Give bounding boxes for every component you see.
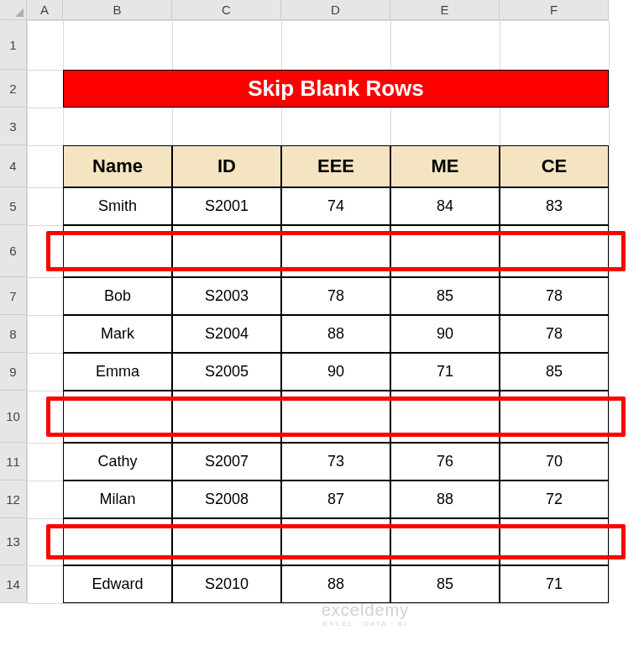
- table-header-me[interactable]: ME: [390, 145, 500, 187]
- table-cell[interactable]: S2010: [172, 565, 281, 603]
- row-header-10[interactable]: 10: [0, 391, 27, 443]
- table-cell[interactable]: 78: [500, 315, 609, 353]
- table-cell[interactable]: [500, 225, 609, 277]
- column-header-c[interactable]: C: [172, 0, 281, 20]
- table-cell[interactable]: [390, 518, 500, 565]
- cells-area: Skip Blank RowsNameIDEEEMECESmithS200174…: [27, 20, 609, 603]
- table-cell[interactable]: [500, 518, 609, 565]
- table-cell[interactable]: [390, 391, 500, 443]
- table-cell[interactable]: 88: [390, 481, 500, 518]
- table-cell[interactable]: S2008: [172, 481, 281, 518]
- table-cell[interactable]: 76: [390, 443, 500, 481]
- table-header-name[interactable]: Name: [63, 145, 172, 187]
- table-header-eee[interactable]: EEE: [281, 145, 390, 187]
- row-header-1[interactable]: 1: [0, 20, 27, 70]
- column-header-e[interactable]: E: [390, 0, 500, 20]
- table-cell[interactable]: [390, 225, 500, 277]
- table-header-id[interactable]: ID: [172, 145, 281, 187]
- table-cell[interactable]: Cathy: [63, 443, 172, 481]
- table-cell[interactable]: Milan: [63, 481, 172, 518]
- table-cell[interactable]: 73: [281, 443, 390, 481]
- table-cell[interactable]: 83: [500, 187, 609, 225]
- table-cell[interactable]: Emma: [63, 353, 172, 391]
- row-header-6[interactable]: 6: [0, 225, 27, 277]
- table-cell[interactable]: 72: [500, 481, 609, 518]
- table-cell[interactable]: Edward: [63, 565, 172, 603]
- row-header-7[interactable]: 7: [0, 277, 27, 315]
- table-cell[interactable]: 78: [500, 277, 609, 315]
- spreadsheet-grid: ABCDEF 1234567891011121314 Skip Blank Ro…: [0, 0, 644, 667]
- table-cell[interactable]: [500, 391, 609, 443]
- row-header-8[interactable]: 8: [0, 315, 27, 353]
- table-cell[interactable]: S2004: [172, 315, 281, 353]
- table-cell[interactable]: S2005: [172, 353, 281, 391]
- table-cell[interactable]: 90: [390, 315, 500, 353]
- row-headers: 1234567891011121314: [0, 20, 27, 603]
- table-cell[interactable]: 85: [500, 353, 609, 391]
- table-cell[interactable]: 74: [281, 187, 390, 225]
- table-cell[interactable]: S2003: [172, 277, 281, 315]
- row-header-5[interactable]: 5: [0, 187, 27, 225]
- table-cell[interactable]: 90: [281, 353, 390, 391]
- table-cell[interactable]: 85: [390, 565, 500, 603]
- table-cell[interactable]: 70: [500, 443, 609, 481]
- table-cell[interactable]: Smith: [63, 187, 172, 225]
- watermark-sub: EXCEL · DATA · BI: [256, 620, 474, 628]
- title-cell[interactable]: Skip Blank Rows: [63, 70, 609, 108]
- watermark: exceldemyEXCEL · DATA · BI: [256, 601, 474, 628]
- table-cell[interactable]: 88: [281, 565, 390, 603]
- table-cell[interactable]: Mark: [63, 315, 172, 353]
- table-cell[interactable]: 84: [390, 187, 500, 225]
- table-cell[interactable]: 87: [281, 481, 390, 518]
- row-header-13[interactable]: 13: [0, 518, 27, 565]
- row-header-9[interactable]: 9: [0, 353, 27, 391]
- column-headers: ABCDEF: [27, 0, 609, 20]
- row-header-12[interactable]: 12: [0, 481, 27, 518]
- table-cell[interactable]: S2007: [172, 443, 281, 481]
- table-cell[interactable]: Bob: [63, 277, 172, 315]
- table-cell[interactable]: 78: [281, 277, 390, 315]
- table-cell[interactable]: [63, 391, 172, 443]
- column-header-d[interactable]: D: [281, 0, 390, 20]
- table-cell[interactable]: [281, 225, 390, 277]
- table-cell[interactable]: [281, 518, 390, 565]
- row-header-2[interactable]: 2: [0, 70, 27, 108]
- column-header-f[interactable]: F: [500, 0, 609, 20]
- table-cell[interactable]: 88: [281, 315, 390, 353]
- table-cell[interactable]: [172, 518, 281, 565]
- row-header-3[interactable]: 3: [0, 108, 27, 145]
- table-cell[interactable]: 71: [390, 353, 500, 391]
- table-cell[interactable]: S2001: [172, 187, 281, 225]
- table-cell[interactable]: 71: [500, 565, 609, 603]
- table-cell[interactable]: [172, 391, 281, 443]
- table-cell[interactable]: [172, 225, 281, 277]
- row-header-4[interactable]: 4: [0, 145, 27, 187]
- column-header-a[interactable]: A: [27, 0, 63, 20]
- watermark-main: exceldemy: [256, 601, 474, 620]
- table-cell[interactable]: [63, 518, 172, 565]
- column-header-b[interactable]: B: [63, 0, 172, 20]
- table-cell[interactable]: 85: [390, 277, 500, 315]
- corner-triangle-icon: [15, 8, 24, 17]
- table-header-ce[interactable]: CE: [500, 145, 609, 187]
- table-cell[interactable]: [63, 225, 172, 277]
- table-cell[interactable]: [281, 391, 390, 443]
- row-header-14[interactable]: 14: [0, 565, 27, 603]
- row-header-11[interactable]: 11: [0, 443, 27, 481]
- select-all-corner[interactable]: [0, 0, 27, 20]
